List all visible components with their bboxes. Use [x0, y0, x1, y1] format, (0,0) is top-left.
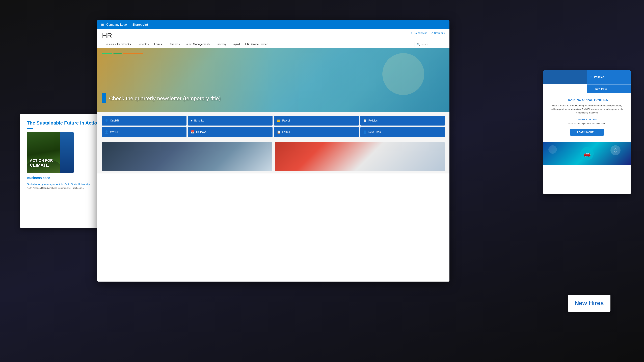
hero-progress-bars [102, 53, 143, 54]
policies-icon: 📋 [363, 119, 367, 122]
nav-policies-handbooks[interactable]: Policies & Handbooks ▾ [102, 41, 135, 48]
site-navigation: Policies & Handbooks ▾ Benefits ▾ Forms … [102, 41, 270, 48]
not-following-button[interactable]: ☆ Not following [410, 32, 427, 34]
ql-benefits[interactable]: ♥ Benefits [188, 116, 273, 125]
benefits-chevron-icon: ▾ [148, 43, 149, 45]
share-site-button[interactable]: ↗ Share site [431, 32, 445, 34]
share-network-icon: ⬡ [610, 145, 620, 155]
climate-image: ACTION FOR CLIMATE [27, 132, 60, 173]
share-icon: ↗ [431, 32, 433, 34]
site-header: HR ☆ Not following ↗ Share site Policies… [97, 29, 450, 48]
payroll-icon: 💳 [277, 119, 280, 122]
talent-chevron-icon: ▾ [209, 43, 210, 45]
right-training-card: ☰ Policies 👤 New Hires TRAINING OPPORTUN… [544, 70, 630, 194]
onehr-icon: 👤 [105, 119, 108, 122]
policies-chevron-icon: ▾ [132, 43, 132, 45]
hero-text-area: Check the quarterly newsletter (temporar… [102, 93, 221, 103]
network-icon: 🚗 [580, 147, 594, 160]
new-hires-row[interactable]: 👤 New Hires [587, 84, 630, 93]
nav-forms[interactable]: Forms ▾ [152, 41, 166, 48]
new-hires-badge-label: New Hires [574, 300, 604, 307]
right-card-body: TRAINING OPPORTUNITIES Need Content: To … [544, 93, 630, 141]
newhires-icon: 👤 [363, 130, 367, 134]
nav-benefits[interactable]: Benefits ▾ [135, 41, 152, 48]
forms-chevron-icon: ▾ [162, 43, 163, 45]
newhires-nav-label: New Hires [595, 87, 608, 90]
ql-holidays[interactable]: 📅 Holidays [188, 127, 273, 137]
policies-row[interactable]: ☰ Policies [587, 70, 630, 84]
new-hires-badge: New Hires [568, 295, 610, 312]
training-title: TRAINING OPPORTUNITIES [548, 98, 626, 102]
waffle-icon[interactable]: ⊞ [101, 23, 104, 27]
company-logo: Company Logo [106, 23, 130, 26]
star-icon: ☆ [410, 32, 413, 34]
ql-myadp[interactable]: 👤 MyADP [102, 127, 186, 137]
forms-icon: 📋 [277, 130, 280, 134]
search-icon: 🔍 [417, 43, 420, 46]
left-card-title-divider [27, 128, 33, 129]
careers-chevron-icon: ▾ [179, 43, 180, 45]
nav-careers[interactable]: Careers ▾ [166, 41, 182, 48]
policies-nav-icon: ☰ [590, 76, 592, 79]
hero-blue-accent [102, 93, 106, 103]
sharepoint-window: ⊞ Company Logo Sharepoint HR ☆ Not follo… [97, 20, 450, 282]
progress-bar-2 [113, 53, 122, 54]
newhires-nav-icon: 👤 [590, 87, 593, 90]
papers-image [102, 142, 272, 171]
sharepoint-topbar: ⊞ Company Logo Sharepoint [97, 20, 450, 29]
holidays-icon: 📅 [191, 130, 194, 134]
app-name: Sharepoint [132, 23, 148, 26]
ql-policies[interactable]: 📋 Policies [360, 116, 445, 125]
progress-bar-1 [102, 53, 112, 54]
ql-payroll[interactable]: 💳 Payroll [274, 116, 359, 125]
nav-hr-service-center[interactable]: HR Service Center [242, 41, 270, 48]
can-be-content-desc: Need content to put here, should be shor… [548, 122, 626, 125]
progress-bar-3 [123, 53, 143, 54]
notebooks-image [275, 142, 445, 171]
quicklinks-grid: 👤 OneHR ♥ Benefits 💳 Payroll 📋 Policies … [97, 112, 450, 140]
ql-forms[interactable]: 📋 Forms [274, 127, 359, 137]
ql-newhires[interactable]: 👤 New Hires [360, 127, 445, 137]
business-case-divider [27, 181, 31, 181]
policies-nav-label: Policies [594, 76, 604, 79]
right-card-top-nav: ☰ Policies [544, 70, 630, 84]
site-actions: ☆ Not following ↗ Share site [410, 32, 445, 34]
right-card-bottom-image: 🚗 ⬡ [544, 142, 630, 165]
content-image-row [97, 140, 450, 173]
nav-talent-management[interactable]: Talent Management ▾ [182, 41, 213, 48]
site-title: HR [102, 32, 112, 40]
nav-payroll[interactable]: Payroll [229, 41, 242, 48]
hero-title: Check the quarterly newsletter (temporar… [109, 95, 220, 101]
training-description: Need Content: To create working environm… [548, 104, 626, 114]
hero-banner: Check the quarterly newsletter (temporar… [97, 48, 450, 112]
benefits-icon: ♥ [191, 119, 193, 122]
climate-text: ACTION FOR CLIMATE [30, 158, 53, 168]
ql-onehr[interactable]: 👤 OneHR [102, 116, 186, 125]
can-be-content-title: CAN BE CONTENT [548, 118, 626, 121]
nav-directory[interactable]: Directory [213, 41, 229, 48]
learn-more-button[interactable]: LEARN MORE → [570, 129, 604, 136]
myadp-icon: 👤 [105, 130, 108, 134]
search-box[interactable]: 🔍 Search [414, 42, 445, 47]
blue-accent-image [60, 132, 74, 173]
